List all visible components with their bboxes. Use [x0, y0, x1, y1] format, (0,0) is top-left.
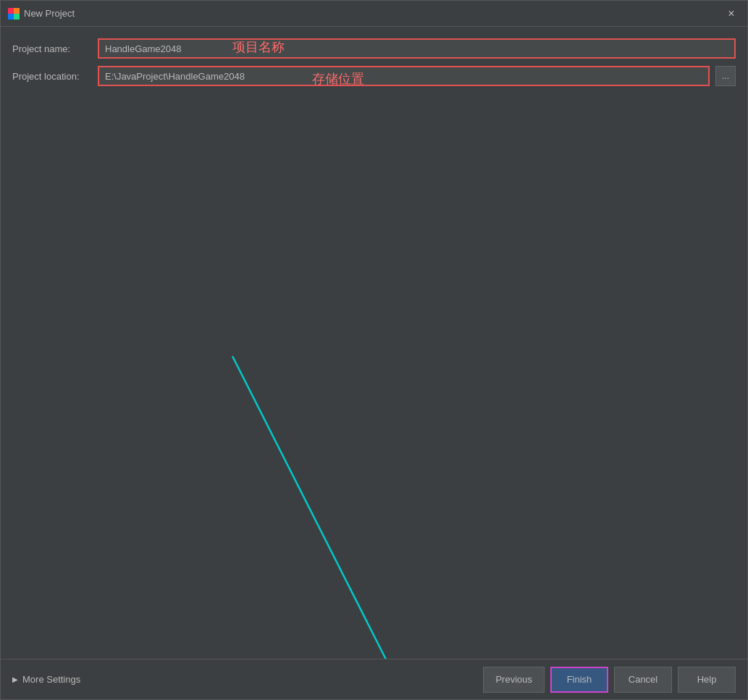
more-settings-label: More Settings	[22, 674, 80, 685]
more-settings-chevron: ▶	[12, 675, 18, 683]
browse-button[interactable]: ...	[715, 66, 736, 86]
svg-line-5	[232, 356, 529, 659]
intellij-icon	[8, 8, 20, 20]
new-project-dialog: New Project × Project name: 项目名称 Project…	[0, 0, 748, 700]
svg-rect-2	[8, 14, 14, 20]
project-location-label: Project location:	[12, 71, 92, 82]
middle-area	[1, 349, 747, 659]
project-name-label: Project name:	[12, 43, 92, 54]
title-bar: New Project ×	[1, 1, 747, 27]
help-button[interactable]: Help	[678, 667, 736, 693]
svg-rect-3	[14, 14, 20, 20]
svg-rect-1	[14, 8, 20, 14]
close-button[interactable]: ×	[723, 5, 740, 22]
project-location-input[interactable]	[98, 66, 710, 86]
annotation-name-text: 项目名称	[232, 38, 285, 56]
button-group: Previous Finish Cancel Help	[483, 667, 736, 693]
more-settings-toggle[interactable]: ▶ More Settings	[12, 674, 80, 685]
project-name-input[interactable]	[98, 38, 736, 59]
cancel-button[interactable]: Cancel	[614, 667, 672, 693]
previous-button[interactable]: Previous	[483, 667, 545, 693]
arrow-svg	[1, 349, 747, 659]
bottom-bar: ▶ More Settings Previous Finish Cancel H…	[1, 659, 747, 699]
svg-rect-0	[8, 8, 14, 14]
project-location-row: Project location: ... 存储位置	[12, 66, 736, 86]
finish-button[interactable]: Finish	[550, 667, 608, 693]
annotation-location-text: 存储位置	[312, 70, 364, 88]
content-area: Project name: 项目名称 Project location: ...…	[1, 27, 747, 349]
project-name-row: Project name: 项目名称	[12, 38, 736, 59]
window-title: New Project	[24, 8, 75, 19]
title-bar-left: New Project	[8, 8, 75, 20]
